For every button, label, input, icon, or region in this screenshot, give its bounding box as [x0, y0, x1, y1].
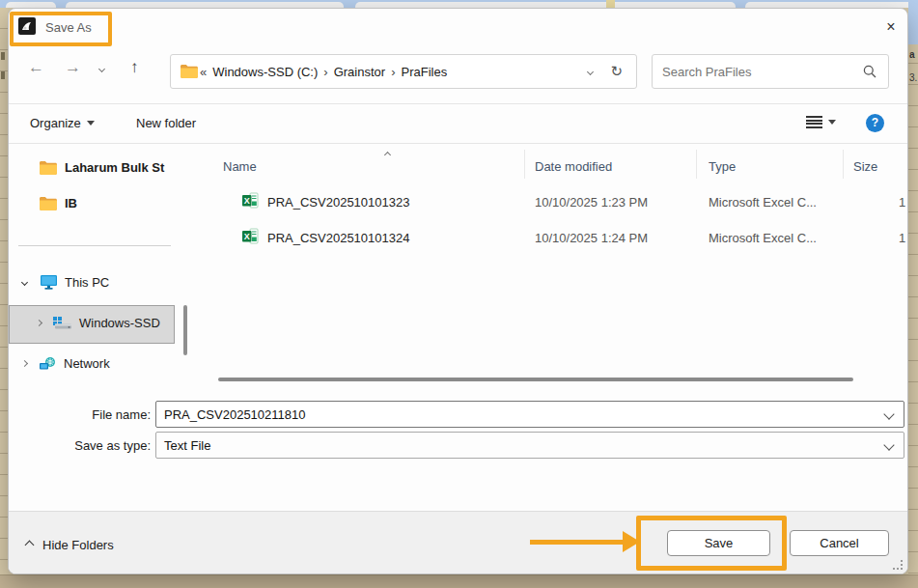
sidebar-item-label: Windows-SSD — [79, 316, 160, 330]
close-icon[interactable]: × — [878, 16, 904, 38]
command-toolbar: Organize New folder ? — [9, 104, 907, 144]
file-name[interactable]: PRA_CSV202510101324 — [267, 231, 409, 245]
help-button[interactable]: ? — [866, 114, 884, 132]
sidebar-item-label: Laharum Bulk St — [65, 160, 164, 175]
file-name[interactable]: PRA_CSV202510101323 — [267, 195, 409, 210]
save-as-dialog: Save As × ← → ↑ « Windows-SSD (C:) › Gra… — [8, 8, 908, 574]
app-icon — [18, 17, 36, 35]
refresh-icon[interactable]: ↻ — [610, 63, 623, 80]
column-separator[interactable] — [696, 150, 697, 179]
breadcrumb-separator-icon: › — [321, 65, 329, 79]
navigation-bar: ← → ↑ « Windows-SSD (C:) › Grainstor › P… — [9, 38, 907, 104]
column-separator[interactable] — [524, 150, 525, 179]
file-name-label: File name: — [9, 407, 151, 422]
file-size: 1 — [899, 195, 905, 210]
file-date: 10/10/2025 1:23 PM — [535, 195, 648, 210]
chevron-up-icon — [25, 541, 35, 550]
address-dropdown-chevron-icon[interactable] — [587, 68, 594, 74]
file-type: Microsoft Excel C... — [709, 231, 817, 245]
recent-locations-chevron-icon[interactable] — [98, 66, 105, 72]
svg-text:X: X — [244, 196, 250, 206]
monitor-icon — [41, 275, 57, 290]
column-header-name[interactable]: Name — [223, 159, 257, 174]
list-view-icon — [806, 116, 822, 128]
background-app-right — [908, 0, 918, 588]
up-icon[interactable]: ↑ — [130, 58, 139, 77]
column-separator[interactable] — [843, 150, 844, 179]
sidebar-item-laharum[interactable]: Laharum Bulk St — [40, 160, 164, 175]
sidebar-item-this-pc[interactable]: This PC — [22, 275, 109, 290]
view-dropdown-icon — [828, 120, 836, 125]
cancel-button[interactable]: Cancel — [790, 530, 889, 556]
window-title: Save As — [45, 20, 92, 35]
annotation-arrow-head-icon — [623, 531, 640, 552]
folder-icon — [181, 65, 198, 78]
dialog-footer: Hide Folders Save Cancel — [9, 511, 907, 574]
background-app-left — [0, 8, 8, 588]
file-size: 1 — [899, 231, 905, 245]
search-input[interactable] — [653, 65, 863, 79]
breadcrumb-overflow[interactable]: « — [198, 65, 209, 79]
new-folder-button[interactable]: New folder — [136, 116, 196, 130]
background-text-fragment: a — [909, 50, 915, 60]
sidebar-divider — [18, 245, 171, 246]
organize-label: Organize — [30, 116, 81, 130]
sidebar-item-network[interactable]: Network — [22, 356, 110, 371]
background-app-top — [0, 0, 918, 8]
sidebar-item-ib[interactable]: IB — [40, 196, 77, 210]
save-button[interactable]: Save — [667, 530, 770, 556]
sidebar-item-windows-ssd[interactable]: Windows-SSD — [37, 316, 160, 330]
search-icon — [863, 65, 876, 78]
horizontal-scrollbar[interactable] — [218, 378, 853, 381]
view-options-button[interactable] — [806, 116, 836, 128]
annotation-arrow — [530, 540, 625, 545]
drive-icon — [53, 317, 71, 329]
column-header-type[interactable]: Type — [709, 159, 736, 174]
breadcrumb-item-prafiles[interactable]: PraFiles — [397, 65, 451, 79]
expand-chevron-icon[interactable] — [21, 279, 28, 286]
search-box — [652, 54, 889, 89]
new-folder-label: New folder — [136, 116, 196, 130]
hide-folders-label: Hide Folders — [42, 538, 114, 552]
background-app-bottom — [0, 574, 918, 588]
column-header-date[interactable]: Date modified — [535, 159, 612, 174]
sidebar-item-label: IB — [65, 196, 77, 210]
organize-dropdown-icon — [87, 121, 95, 126]
back-icon[interactable]: ← — [28, 58, 44, 77]
sort-ascending-icon — [384, 152, 391, 158]
excel-csv-icon: X — [242, 192, 259, 209]
folder-icon — [40, 197, 57, 210]
forward-icon[interactable]: → — [65, 58, 81, 77]
network-icon — [40, 357, 56, 371]
hide-folders-button[interactable]: Hide Folders — [26, 538, 114, 552]
sidebar-item-label: Network — [64, 356, 110, 371]
collapse-chevron-icon[interactable] — [21, 360, 28, 367]
breadcrumb-item-grainstor[interactable]: Grainstor — [330, 65, 389, 79]
background-text-fragment: 3. — [909, 73, 917, 83]
folder-icon — [40, 161, 57, 175]
sidebar-item-label: This PC — [65, 275, 109, 290]
save-type-label: Save as type: — [9, 438, 151, 453]
save-type-value: Text File — [164, 438, 210, 453]
column-header-size[interactable]: Size — [853, 159, 877, 174]
svg-text:X: X — [244, 232, 250, 241]
breadcrumb-separator-icon: › — [389, 65, 397, 79]
breadcrumb-item-drive[interactable]: Windows-SSD (C:) — [209, 65, 321, 79]
background-app-right-top — [908, 0, 918, 44]
sidebar-scrollbar[interactable] — [183, 305, 187, 355]
collapse-chevron-icon[interactable] — [36, 320, 42, 326]
organize-button[interactable]: Organize — [30, 116, 95, 130]
address-bar[interactable]: « Windows-SSD (C:) › Grainstor › PraFile… — [170, 54, 637, 89]
file-type: Microsoft Excel C... — [709, 195, 817, 210]
resize-grip[interactable] — [893, 560, 903, 570]
excel-csv-icon: X — [242, 228, 259, 244]
save-type-select[interactable]: Text File — [155, 432, 904, 459]
file-date: 10/10/2025 1:24 PM — [535, 231, 648, 245]
file-name-input[interactable] — [155, 401, 904, 428]
